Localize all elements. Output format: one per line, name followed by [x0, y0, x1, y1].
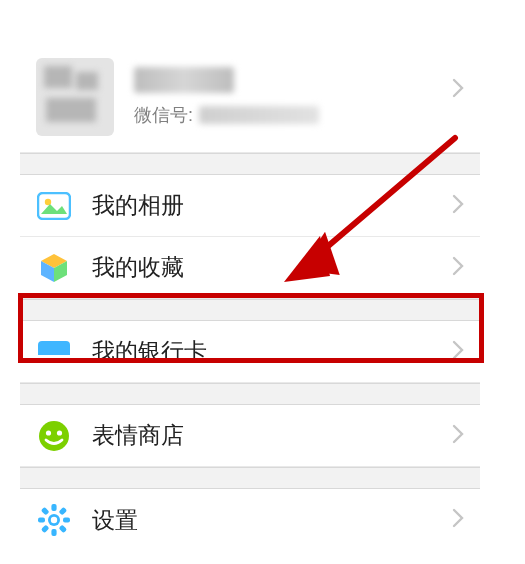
chevron-right-icon [452, 194, 464, 218]
svg-rect-14 [41, 525, 50, 534]
chevron-right-icon [452, 78, 464, 102]
wechat-id-blurred [199, 106, 319, 124]
svg-point-5 [39, 421, 69, 451]
svg-point-6 [46, 430, 51, 435]
svg-rect-9 [51, 504, 56, 511]
menu-item-favorites[interactable]: 我的收藏 [20, 237, 480, 299]
menu-label: 表情商店 [92, 420, 452, 451]
svg-rect-10 [51, 529, 56, 536]
section-divider [20, 467, 480, 489]
menu-item-album[interactable]: 我的相册 [20, 175, 480, 237]
gear-icon [36, 502, 72, 538]
section-divider [20, 153, 480, 175]
emoji-icon [36, 418, 72, 454]
menu-label: 设置 [92, 505, 452, 536]
chevron-right-icon [452, 256, 464, 280]
svg-rect-4 [38, 359, 70, 363]
avatar [36, 58, 114, 136]
cube-icon [36, 250, 72, 286]
profile-name-blurred [134, 67, 234, 93]
chevron-right-icon [452, 508, 464, 532]
svg-rect-13 [59, 507, 68, 516]
menu-item-bankcard[interactable]: 我的银行卡 [20, 321, 480, 383]
section-divider [20, 299, 480, 321]
chevron-right-icon [452, 340, 464, 364]
svg-rect-11 [38, 517, 45, 522]
svg-point-1 [45, 198, 51, 204]
svg-rect-12 [63, 517, 70, 522]
menu-item-sticker-shop[interactable]: 表情商店 [20, 405, 480, 467]
menu-label: 我的收藏 [92, 252, 452, 283]
svg-rect-15 [41, 507, 50, 516]
menu-label: 我的银行卡 [92, 336, 452, 367]
svg-rect-16 [59, 525, 68, 534]
photo-icon [36, 188, 72, 224]
svg-point-7 [57, 430, 62, 435]
settings-screen: 微信号: 我的相册 我 [20, 0, 480, 551]
card-icon [36, 334, 72, 370]
profile-row[interactable]: 微信号: [20, 50, 480, 153]
svg-point-17 [51, 517, 57, 523]
svg-rect-0 [38, 193, 70, 219]
menu-label: 我的相册 [92, 190, 452, 221]
menu-item-settings[interactable]: 设置 [20, 489, 480, 551]
profile-info: 微信号: [134, 67, 464, 127]
section-divider [20, 383, 480, 405]
wechat-id-label: 微信号: [134, 103, 193, 127]
chevron-right-icon [452, 424, 464, 448]
